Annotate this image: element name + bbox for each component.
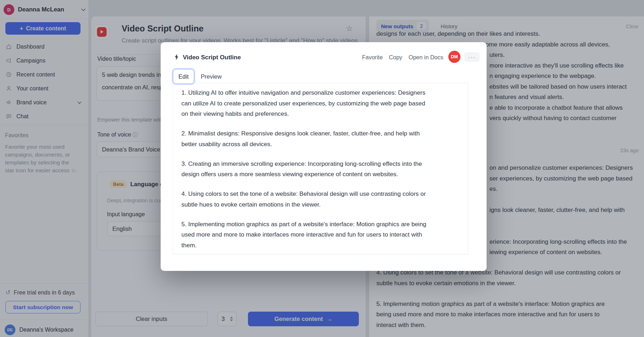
outline-item-5: 5. Implementing motion graphics as part …	[181, 219, 464, 251]
app-window: D Deanna McLean + Create content Dashboa…	[0, 0, 644, 337]
outline-item-4: 4. Using colors to set the tone of a web…	[181, 189, 464, 210]
modal-title: Video Script Outline	[183, 54, 241, 61]
tab-edit[interactable]: Edit	[173, 69, 194, 84]
outline-item-1: 1. Utilizing AI to offer intuitive navig…	[181, 88, 464, 119]
bolt-icon	[174, 54, 180, 62]
author-avatar: DM	[448, 51, 460, 63]
favorite-button[interactable]: Favorite	[362, 54, 383, 61]
more-options-button[interactable]: ···	[464, 52, 480, 62]
open-in-docs-button[interactable]: Open in Docs	[409, 54, 443, 61]
copy-button[interactable]: Copy	[389, 54, 402, 61]
outline-item-2: 2. Minimalist designs: Responsive design…	[181, 128, 464, 149]
tab-preview[interactable]: Preview	[198, 69, 225, 84]
outline-item-3: 3. Creating an immersive scrolling exper…	[181, 159, 464, 180]
output-modal: Video Script Outline Favorite Copy Open …	[161, 42, 487, 271]
script-outline-editor[interactable]: 1. Utilizing AI to offer intuitive navig…	[181, 88, 464, 260]
